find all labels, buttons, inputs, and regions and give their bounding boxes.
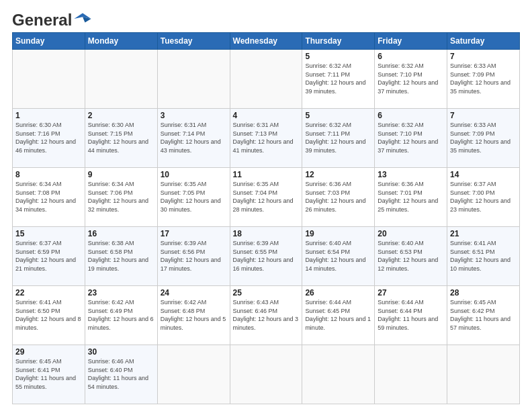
- day-number: 19: [305, 229, 371, 238]
- table-cell: [447, 345, 520, 404]
- day-number: 16: [88, 229, 154, 238]
- calendar-header-row: Sunday Monday Tuesday Wednesday Thursday…: [13, 33, 520, 50]
- day-info: Sunrise: 6:45 AMSunset: 6:41 PMDaylight:…: [15, 357, 82, 391]
- day-info: Sunrise: 6:40 AMSunset: 6:53 PMDaylight:…: [378, 239, 444, 273]
- logo: General: [12, 11, 92, 26]
- day-info: Sunrise: 6:36 AMSunset: 7:03 PMDaylight:…: [305, 180, 371, 214]
- table-cell: 9Sunrise: 6:34 AMSunset: 7:06 PMDaylight…: [85, 168, 157, 227]
- table-cell: 12Sunrise: 6:36 AMSunset: 7:03 PMDayligh…: [302, 168, 375, 227]
- logo-bird-icon: [73, 9, 92, 28]
- day-info: Sunrise: 6:36 AMSunset: 7:01 PMDaylight:…: [378, 180, 444, 214]
- table-cell: 24Sunrise: 6:42 AMSunset: 6:48 PMDayligh…: [157, 286, 230, 345]
- day-info: Sunrise: 6:43 AMSunset: 6:46 PMDaylight:…: [233, 298, 300, 332]
- day-number: 29: [15, 347, 82, 357]
- day-number: 23: [88, 288, 154, 298]
- table-cell: 15Sunrise: 6:37 AMSunset: 6:59 PMDayligh…: [13, 227, 85, 286]
- day-number: 17: [161, 229, 227, 238]
- table-cell: 23Sunrise: 6:42 AMSunset: 6:49 PMDayligh…: [85, 286, 157, 345]
- day-number: 3: [161, 111, 227, 120]
- day-number: 21: [450, 229, 517, 238]
- day-info: Sunrise: 6:30 AMSunset: 7:15 PMDaylight:…: [88, 121, 154, 154]
- table-cell: 16Sunrise: 6:38 AMSunset: 6:58 PMDayligh…: [85, 227, 157, 286]
- day-info: Sunrise: 6:39 AMSunset: 6:56 PMDaylight:…: [161, 239, 227, 273]
- day-info: Sunrise: 6:39 AMSunset: 6:55 PMDaylight:…: [233, 239, 300, 273]
- day-info: Sunrise: 6:41 AMSunset: 6:50 PMDaylight:…: [15, 298, 82, 332]
- day-info: Sunrise: 6:31 AMSunset: 7:13 PMDaylight:…: [233, 121, 300, 154]
- day-number: 7: [450, 52, 517, 61]
- table-cell: 30Sunrise: 6:46 AMSunset: 6:40 PMDayligh…: [85, 345, 157, 404]
- col-saturday: Saturday: [447, 33, 520, 50]
- table-cell: 7Sunrise: 6:33 AMSunset: 7:09 PMDaylight…: [447, 109, 520, 168]
- table-cell: 25Sunrise: 6:43 AMSunset: 6:46 PMDayligh…: [230, 286, 302, 345]
- day-number: 13: [378, 170, 444, 179]
- col-sunday: Sunday: [13, 33, 85, 50]
- table-cell: 6Sunrise: 6:32 AMSunset: 7:10 PMDaylight…: [375, 50, 447, 109]
- day-number: 22: [15, 288, 82, 298]
- table-cell: 11Sunrise: 6:35 AMSunset: 7:04 PMDayligh…: [230, 168, 302, 227]
- day-number: 4: [233, 111, 300, 120]
- day-info: Sunrise: 6:33 AMSunset: 7:09 PMDaylight:…: [450, 121, 517, 154]
- table-cell: 2Sunrise: 6:30 AMSunset: 7:15 PMDaylight…: [85, 109, 157, 168]
- logo-general: General: [12, 11, 72, 30]
- table-cell: 10Sunrise: 6:35 AMSunset: 7:05 PMDayligh…: [157, 168, 230, 227]
- col-thursday: Thursday: [302, 33, 375, 50]
- table-cell: 5Sunrise: 6:32 AMSunset: 7:11 PMDaylight…: [302, 109, 375, 168]
- day-number: 18: [233, 229, 300, 238]
- table-cell: [157, 50, 230, 109]
- day-number: 5: [305, 52, 371, 61]
- table-cell: 19Sunrise: 6:40 AMSunset: 6:54 PMDayligh…: [302, 227, 375, 286]
- day-number: 24: [161, 288, 227, 298]
- day-info: Sunrise: 6:32 AMSunset: 7:10 PMDaylight:…: [378, 62, 444, 95]
- day-info: Sunrise: 6:35 AMSunset: 7:05 PMDaylight:…: [161, 180, 227, 214]
- day-info: Sunrise: 6:33 AMSunset: 7:09 PMDaylight:…: [450, 62, 517, 95]
- day-info: Sunrise: 6:35 AMSunset: 7:04 PMDaylight:…: [233, 180, 300, 214]
- day-number: 12: [305, 170, 371, 179]
- day-info: Sunrise: 6:40 AMSunset: 6:54 PMDaylight:…: [305, 239, 371, 273]
- day-number: 30: [88, 347, 154, 357]
- day-number: 8: [15, 170, 82, 179]
- calendar-table: Sunday Monday Tuesday Wednesday Thursday…: [12, 32, 520, 404]
- day-number: 6: [378, 52, 444, 61]
- col-wednesday: Wednesday: [230, 33, 302, 50]
- day-info: Sunrise: 6:42 AMSunset: 6:48 PMDaylight:…: [161, 298, 227, 332]
- day-number: 9: [88, 170, 154, 179]
- day-number: 6: [378, 111, 444, 120]
- day-info: Sunrise: 6:42 AMSunset: 6:49 PMDaylight:…: [88, 298, 154, 332]
- day-number: 27: [378, 288, 444, 298]
- table-cell: [230, 345, 302, 404]
- day-number: 25: [233, 288, 300, 298]
- table-cell: 4Sunrise: 6:31 AMSunset: 7:13 PMDaylight…: [230, 109, 302, 168]
- day-number: 11: [233, 170, 300, 179]
- day-number: 1: [15, 111, 82, 120]
- table-cell: [157, 345, 230, 404]
- svg-marker-0: [75, 13, 91, 19]
- table-cell: 17Sunrise: 6:39 AMSunset: 6:56 PMDayligh…: [157, 227, 230, 286]
- day-info: Sunrise: 6:34 AMSunset: 7:06 PMDaylight:…: [88, 180, 154, 214]
- table-cell: 5Sunrise: 6:32 AMSunset: 7:11 PMDaylight…: [302, 50, 375, 109]
- table-cell: 7Sunrise: 6:33 AMSunset: 7:09 PMDaylight…: [447, 50, 520, 109]
- day-info: Sunrise: 6:38 AMSunset: 6:58 PMDaylight:…: [88, 239, 154, 273]
- table-cell: 27Sunrise: 6:44 AMSunset: 6:44 PMDayligh…: [375, 286, 447, 345]
- table-cell: [230, 50, 302, 109]
- day-info: Sunrise: 6:34 AMSunset: 7:08 PMDaylight:…: [15, 180, 82, 214]
- day-number: 2: [88, 111, 154, 120]
- day-info: Sunrise: 6:45 AMSunset: 6:42 PMDaylight:…: [450, 298, 517, 332]
- table-cell: 13Sunrise: 6:36 AMSunset: 7:01 PMDayligh…: [375, 168, 447, 227]
- col-friday: Friday: [375, 33, 447, 50]
- col-tuesday: Tuesday: [157, 33, 230, 50]
- col-monday: Monday: [85, 33, 157, 50]
- day-info: Sunrise: 6:37 AMSunset: 6:59 PMDaylight:…: [15, 239, 82, 273]
- table-cell: 14Sunrise: 6:37 AMSunset: 7:00 PMDayligh…: [447, 168, 520, 227]
- day-number: 14: [450, 170, 517, 179]
- table-cell: 6Sunrise: 6:32 AMSunset: 7:10 PMDaylight…: [375, 109, 447, 168]
- table-cell: 1Sunrise: 6:30 AMSunset: 7:16 PMDaylight…: [13, 109, 85, 168]
- day-number: 10: [161, 170, 227, 179]
- table-cell: [375, 345, 447, 404]
- table-cell: 29Sunrise: 6:45 AMSunset: 6:41 PMDayligh…: [13, 345, 85, 404]
- day-info: Sunrise: 6:32 AMSunset: 7:10 PMDaylight:…: [378, 121, 444, 154]
- day-number: 15: [15, 229, 82, 238]
- day-number: 5: [305, 111, 371, 120]
- table-cell: 28Sunrise: 6:45 AMSunset: 6:42 PMDayligh…: [447, 286, 520, 345]
- table-cell: [302, 345, 375, 404]
- day-number: 7: [450, 111, 517, 120]
